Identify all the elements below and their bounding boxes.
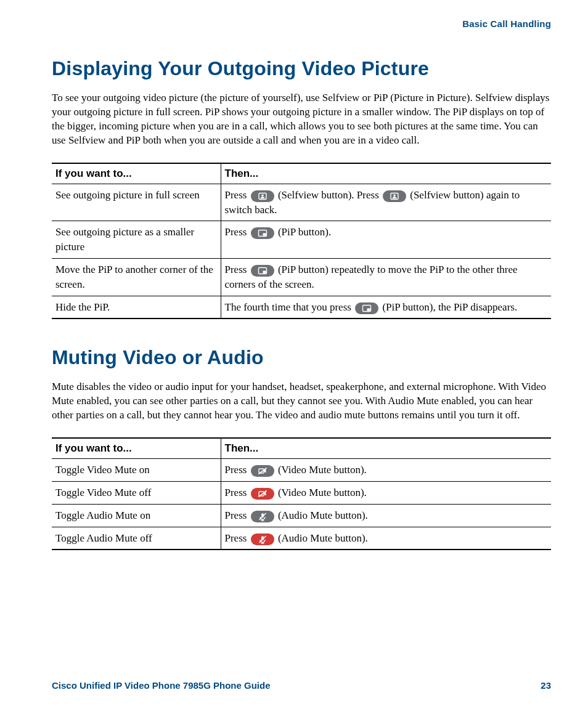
section1-paragraph: To see your outgoing video picture (the … — [52, 91, 551, 148]
table-cell-if: Toggle Video Mute off — [52, 481, 221, 504]
header-section-title: Basic Call Handling — [462, 18, 551, 29]
table-row: Toggle Audio Mute onPress (Audio Mute bu… — [52, 504, 551, 527]
page-header: Basic Call Handling — [52, 18, 551, 29]
pip-button-icon — [251, 227, 274, 239]
table-row: Toggle Video Mute offPress (Video Mute b… — [52, 481, 551, 504]
table-cell-then: Press (Audio Mute button). — [221, 527, 551, 550]
section1-table: If you want to... Then... See outgoing p… — [52, 163, 551, 320]
table-cell-then: Press (PiP button). — [221, 221, 551, 259]
pip-button-icon — [355, 302, 378, 314]
table-row: Move the PiP to another corner of the sc… — [52, 258, 551, 296]
table-row: See outgoing picture as a smaller pictur… — [52, 221, 551, 259]
table-cell-then: Press (Video Mute button). — [221, 481, 551, 504]
section1-heading: Displaying Your Outgoing Video Picture — [52, 57, 551, 80]
table2-header-col2: Then... — [221, 438, 551, 459]
table2-header-col1: If you want to... — [52, 438, 221, 459]
table-cell-then: Press (PiP button) repeatedly to move th… — [221, 258, 551, 296]
table-row: See outgoing picture in full screenPress… — [52, 184, 551, 221]
video-mute-button-icon — [251, 488, 274, 500]
section2-table: If you want to... Then... Toggle Video M… — [52, 437, 551, 550]
page-footer: Cisco Unified IP Video Phone 7985G Phone… — [52, 680, 551, 691]
table1-header-col1: If you want to... — [52, 163, 221, 184]
selfview-button-icon — [383, 190, 406, 202]
table-row: Hide the PiP.The fourth time that you pr… — [52, 296, 551, 318]
footer-guide-title: Cisco Unified IP Video Phone 7985G Phone… — [52, 680, 271, 691]
table-cell-if: See outgoing picture in full screen — [52, 184, 221, 221]
table-cell-if: See outgoing picture as a smaller pictur… — [52, 221, 221, 259]
table-row: Toggle Video Mute onPress (Video Mute bu… — [52, 459, 551, 482]
section2-paragraph: Mute disables the video or audio input f… — [52, 380, 551, 423]
section2-heading: Muting Video or Audio — [52, 346, 551, 369]
pip-button-icon — [251, 265, 274, 277]
footer-page-number: 23 — [541, 680, 551, 691]
table-cell-if: Toggle Audio Mute on — [52, 504, 221, 527]
table1-header-col2: Then... — [221, 163, 551, 184]
selfview-button-icon — [251, 190, 274, 202]
table-row: Toggle Audio Mute offPress (Audio Mute b… — [52, 527, 551, 550]
video-mute-button-icon — [251, 465, 274, 477]
table-cell-then: The fourth time that you press (PiP butt… — [221, 296, 551, 318]
audio-mute-button-icon — [251, 533, 274, 545]
table-cell-if: Toggle Audio Mute off — [52, 527, 221, 550]
table-cell-if: Toggle Video Mute on — [52, 459, 221, 482]
table-cell-then: Press (Video Mute button). — [221, 459, 551, 482]
table-cell-if: Move the PiP to another corner of the sc… — [52, 258, 221, 296]
table-cell-then: Press (Audio Mute button). — [221, 504, 551, 527]
audio-mute-button-icon — [251, 511, 274, 522]
table-cell-if: Hide the PiP. — [52, 296, 221, 318]
table-cell-then: Press (Selfview button). Press (Selfview… — [221, 184, 551, 221]
